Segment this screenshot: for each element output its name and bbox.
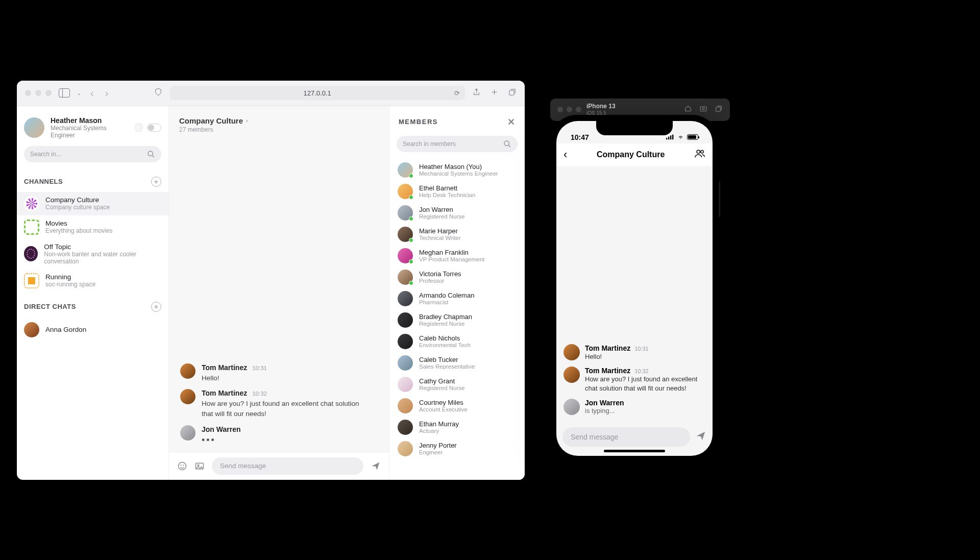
user-role: Mechanical Systems Engineer — [51, 125, 129, 139]
avatar[interactable] — [564, 367, 580, 383]
member-row[interactable]: Bradley ChapmanRegistered Nurse — [389, 309, 525, 331]
channel-desc: Company culture space — [45, 204, 110, 211]
avatar[interactable] — [180, 425, 195, 441]
forward-button[interactable]: › — [103, 87, 111, 99]
image-attach-icon[interactable] — [194, 461, 205, 471]
message-author: Jon Warren — [585, 399, 624, 407]
window-traffic-lights[interactable] — [557, 107, 581, 112]
simulator-device: iPhone 13 — [586, 103, 679, 110]
members-search[interactable]: Search in members — [397, 136, 518, 152]
avatar[interactable] — [180, 363, 195, 379]
member-row[interactable]: Heather Mason (You)Mechanical Systems En… — [389, 159, 525, 181]
avatar[interactable] — [180, 389, 195, 404]
message-input[interactable]: Send message — [212, 457, 363, 475]
channel-company-culture[interactable]: Company Culture Company culture space — [17, 192, 168, 215]
message-time: 10:32 — [634, 368, 649, 374]
avatar[interactable] — [24, 117, 44, 138]
member-row[interactable]: Ethan MurrayActuary — [389, 417, 525, 438]
member-name: Victoria Torres — [419, 270, 461, 278]
member-name: Jenny Porter — [419, 442, 457, 449]
channel-running[interactable]: Running soc-running space — [17, 269, 168, 293]
message-composer: Send message — [169, 452, 389, 480]
chevron-right-icon[interactable]: › — [246, 117, 248, 124]
member-row[interactable]: Caleb NicholsEnvironmental Tech — [389, 331, 525, 352]
member-row[interactable]: Marie HarperTechnical Writer — [389, 224, 525, 245]
svg-point-3 — [181, 465, 181, 465]
minimize-window-icon[interactable] — [35, 90, 41, 96]
back-button[interactable]: ‹ — [88, 87, 96, 99]
search-icon — [147, 150, 155, 158]
screenshot-icon[interactable] — [699, 105, 707, 114]
url-bar[interactable]: 127.0.0.1 ⟳ — [169, 86, 465, 100]
channel-movies[interactable]: Movies Everything about movies — [17, 215, 168, 239]
member-role: Engineer — [419, 449, 457, 455]
avatar[interactable] — [564, 344, 580, 360]
settings-icon[interactable] — [135, 124, 143, 132]
tabs-overview-icon[interactable] — [508, 88, 517, 99]
notch — [596, 121, 673, 135]
avatar — [24, 322, 39, 337]
message-list[interactable]: Tom Martinez 10:31 Hello! Tom Martinez 1… — [169, 137, 389, 452]
maximize-window-icon[interactable] — [45, 90, 52, 96]
sidebar-toggle-icon[interactable] — [59, 88, 70, 98]
avatar — [398, 312, 413, 328]
member-row[interactable]: Caleb TuckerSales Representative — [389, 352, 525, 374]
reload-icon[interactable]: ⟳ — [454, 89, 460, 97]
member-role: Actuary — [419, 428, 459, 434]
dm-anna-gordon[interactable]: Anna Gordon — [17, 317, 168, 343]
presence-toggle[interactable] — [147, 124, 161, 132]
send-button[interactable] — [371, 461, 381, 471]
message-author: Tom Martinez — [585, 367, 630, 375]
member-row[interactable]: Cathy GrantRegistered Nurse — [389, 374, 525, 395]
member-role: Help Desk Technician — [419, 192, 475, 198]
member-name: Jon Warren — [419, 206, 464, 213]
channel-desc: Everything about movies — [45, 227, 112, 234]
avatar[interactable] — [564, 399, 580, 415]
add-dm-button[interactable]: + — [151, 302, 161, 312]
window-traffic-lights[interactable] — [25, 90, 52, 96]
online-dot-icon — [409, 216, 413, 221]
avatar — [398, 205, 413, 221]
home-icon[interactable] — [684, 105, 692, 114]
message-author: Tom Martinez — [202, 363, 247, 372]
back-button[interactable]: ‹ — [564, 148, 567, 161]
channel-off-topic[interactable]: Off Topic Non-work banter and water cool… — [17, 239, 168, 269]
avatar — [398, 270, 413, 285]
member-name: Armando Coleman — [419, 291, 474, 299]
send-button[interactable] — [695, 430, 706, 444]
channels-section-header: CHANNELS + — [17, 167, 168, 192]
member-row[interactable]: Ethel BarnettHelp Desk Technician — [389, 181, 525, 202]
new-tab-icon[interactable] — [490, 88, 499, 99]
sidebar-search[interactable]: Search in... — [24, 146, 161, 162]
add-channel-button[interactable]: + — [151, 177, 161, 187]
phone-messages[interactable]: Tom Martinez10:31 Hello! Tom Martinez10:… — [556, 167, 713, 422]
member-row[interactable]: Meghan FranklinVP Product Management — [389, 245, 525, 266]
phone-message-input[interactable]: Send message — [562, 427, 690, 447]
privacy-shield-icon[interactable] — [154, 88, 162, 98]
close-icon[interactable]: ✕ — [507, 116, 516, 128]
member-row[interactable]: Jon WarrenRegistered Nurse — [389, 202, 525, 224]
channel-desc: Non-work banter and water cooler convers… — [44, 251, 161, 265]
member-row[interactable]: Armando ColemanPharmacist — [389, 288, 525, 309]
message-text: Hello! — [202, 373, 267, 383]
member-row[interactable]: Courtney MilesAccount Executive — [389, 395, 525, 417]
message-author: Tom Martinez — [585, 344, 630, 352]
member-row[interactable]: Victoria TorresProfessor — [389, 266, 525, 288]
members-icon[interactable] — [694, 148, 705, 161]
close-window-icon[interactable] — [25, 90, 31, 96]
member-row[interactable]: Jenny PorterEngineer — [389, 438, 525, 459]
channel-name: Running — [45, 273, 95, 281]
external-icon[interactable] — [715, 105, 723, 114]
svg-rect-10 — [716, 107, 721, 112]
typing-text: is typing... — [585, 407, 705, 415]
dm-section-header: DIRECT CHATS + — [17, 293, 168, 317]
channel-name: Company Culture — [45, 196, 110, 204]
dropdown-caret-icon[interactable]: ⌄ — [77, 90, 81, 96]
emoji-icon[interactable] — [177, 461, 187, 471]
phone-header: ‹ Company Culture — [556, 143, 713, 167]
members-list[interactable]: Heather Mason (You)Mechanical Systems En… — [389, 157, 525, 480]
thread-title[interactable]: Company Culture — [179, 116, 243, 125]
member-role: Technical Writer — [419, 235, 461, 241]
share-icon[interactable] — [472, 88, 481, 99]
home-indicator[interactable] — [604, 450, 665, 452]
